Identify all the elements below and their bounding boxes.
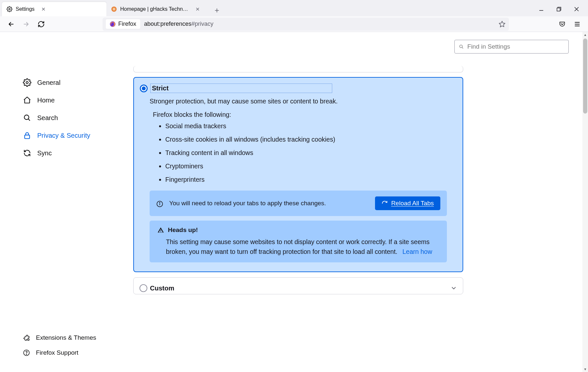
menu-icon[interactable] — [574, 21, 581, 28]
pocket-icon[interactable] — [559, 21, 566, 28]
search-icon — [23, 114, 31, 122]
reload-button-label: Reload All Tabs — [391, 200, 434, 207]
help-icon — [23, 349, 30, 356]
scroll-up-arrow[interactable]: ▲ — [582, 32, 588, 38]
radio-strict-label: Strict — [152, 85, 169, 92]
radio-custom[interactable] — [139, 284, 147, 292]
tab-title: Settings — [16, 6, 35, 12]
sync-icon — [23, 149, 31, 157]
tab-settings[interactable]: Settings — [2, 2, 106, 16]
heads-up-body: This setting may cause some websites to … — [166, 237, 439, 256]
scroll-down-arrow[interactable]: ▼ — [582, 366, 588, 372]
settings-sidebar: General Home Search Privacy & Security S… — [0, 32, 124, 372]
tab-strip: Settings Homepage | gHacks Technology — [0, 0, 588, 16]
url-bar[interactable]: Firefox about:preferences#privacy — [103, 18, 509, 31]
reload-notice-text: You will need to reload your tabs to app… — [169, 198, 369, 208]
sidebar-item-home[interactable]: Home — [0, 91, 124, 109]
protection-option-custom[interactable]: Custom — [133, 277, 463, 294]
svg-point-11 — [460, 45, 462, 48]
identity-chip[interactable]: Firefox — [106, 19, 140, 29]
tab-ghacks[interactable]: Homepage | gHacks Technology — [106, 2, 208, 16]
firefox-icon — [110, 21, 116, 27]
strict-description: Stronger protection, but may cause some … — [150, 98, 457, 105]
close-icon[interactable] — [195, 6, 201, 12]
vertical-scrollbar[interactable]: ▲ ▼ — [582, 32, 588, 372]
window-controls — [537, 2, 588, 16]
settings-search-box[interactable] — [454, 40, 569, 54]
reload-notice: You will need to reload your tabs to app… — [150, 191, 447, 216]
sidebar-link-label: Extensions & Themes — [36, 334, 96, 341]
list-item: Cross-site cookies in all windows (inclu… — [165, 136, 457, 143]
svg-rect-8 — [24, 135, 29, 139]
sidebar-item-general[interactable]: General — [0, 74, 124, 91]
identity-label: Firefox — [118, 21, 136, 27]
warning-icon — [157, 227, 164, 233]
lock-icon — [23, 131, 31, 140]
url-text: about:preferences#privacy — [144, 21, 213, 27]
radio-custom-label: Custom — [150, 285, 174, 292]
sidebar-item-label: Sync — [37, 149, 52, 157]
strict-blocks-title: Firefox blocks the following: — [153, 111, 457, 118]
list-item: Tracking content in all windows — [165, 149, 457, 157]
chevron-down-icon[interactable] — [450, 285, 457, 291]
forward-button[interactable] — [20, 18, 32, 30]
list-item: Fingerprinters — [165, 176, 457, 183]
navigation-toolbar: Firefox about:preferences#privacy — [0, 16, 588, 32]
heads-up-notice: Heads up! This setting may cause some we… — [150, 221, 447, 262]
list-item: Cryptominers — [165, 163, 457, 170]
radio-strict[interactable] — [140, 85, 148, 92]
gear-icon — [7, 6, 12, 12]
strict-blocks-list: Social media trackers Cross-site cookies… — [165, 122, 457, 183]
protection-option-strict[interactable]: Strict Stronger protection, but may caus… — [133, 77, 463, 272]
site-favicon — [111, 6, 117, 12]
list-item: Social media trackers — [165, 122, 457, 130]
maximize-button[interactable] — [555, 5, 563, 13]
svg-point-6 — [26, 82, 28, 84]
close-icon[interactable] — [41, 6, 46, 12]
sidebar-item-label: Home — [37, 97, 55, 104]
scrollbar-thumb[interactable] — [583, 39, 587, 114]
close-button[interactable] — [572, 5, 581, 13]
svg-point-10 — [26, 354, 27, 355]
sidebar-item-sync[interactable]: Sync — [0, 144, 124, 162]
sidebar-item-search[interactable]: Search — [0, 109, 124, 127]
reload-all-tabs-button[interactable]: Reload All Tabs — [375, 196, 440, 210]
svg-point-0 — [9, 8, 10, 10]
svg-point-7 — [24, 115, 29, 119]
svg-point-13 — [159, 202, 160, 203]
sidebar-extensions-link[interactable]: Extensions & Themes — [23, 330, 124, 345]
svg-rect-4 — [557, 8, 560, 11]
tab-title: Homepage | gHacks Technology — [120, 6, 189, 12]
bookmark-star-icon[interactable] — [498, 21, 506, 28]
home-icon — [23, 96, 31, 104]
reload-icon — [382, 200, 388, 207]
svg-point-2 — [113, 8, 115, 10]
reload-button[interactable] — [35, 18, 47, 30]
sidebar-support-link[interactable]: Firefox Support — [23, 345, 124, 360]
sidebar-link-label: Firefox Support — [36, 349, 78, 356]
search-icon — [459, 44, 464, 50]
sidebar-item-privacy[interactable]: Privacy & Security — [0, 127, 124, 144]
heads-up-title: Heads up! — [168, 226, 198, 234]
option-standard-partial — [133, 66, 463, 72]
puzzle-icon — [23, 334, 30, 341]
sidebar-item-label: Search — [37, 114, 58, 122]
new-tab-button[interactable] — [211, 5, 223, 16]
sidebar-item-label: General — [37, 79, 60, 86]
settings-search-input[interactable] — [467, 43, 564, 50]
back-button[interactable] — [5, 18, 17, 30]
sidebar-item-label: Privacy & Security — [37, 132, 90, 139]
info-icon — [156, 200, 163, 208]
minimize-button[interactable] — [537, 5, 546, 13]
learn-how-link[interactable]: Learn how — [402, 248, 432, 255]
gear-icon — [23, 78, 31, 87]
settings-main: Strict Stronger protection, but may caus… — [124, 32, 582, 372]
